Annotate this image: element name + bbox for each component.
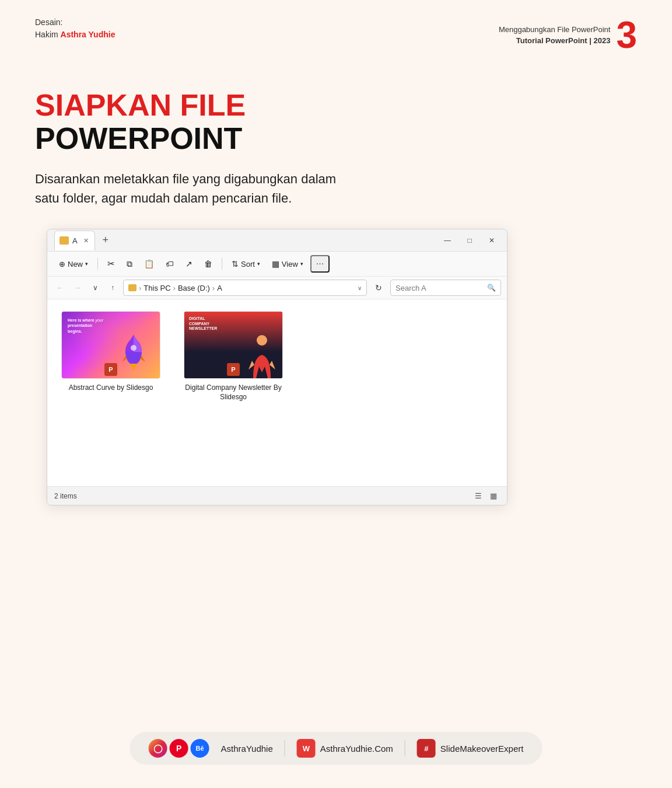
search-box[interactable]: 🔍 — [390, 280, 501, 296]
social-icons: ◯ P Bē — [149, 739, 209, 758]
paste-icon: 📋 — [144, 259, 154, 269]
channel-icon: # — [417, 739, 436, 758]
forward-button[interactable]: → — [71, 281, 85, 295]
designer-name: Hakim Asthra Yudhie — [35, 29, 115, 41]
header-text: Menggabungkan File PowerPoint Tutorial P… — [499, 24, 611, 47]
list-view-button[interactable]: ☰ — [472, 490, 485, 503]
rocket-illustration — [119, 332, 148, 372]
paste-button[interactable]: 📋 — [139, 257, 159, 271]
path-dropdown-icon[interactable]: ∨ — [358, 285, 362, 291]
new-button[interactable]: ⊕ New ▾ — [54, 257, 93, 271]
designer-name-colored: Asthra Yudhie — [61, 30, 116, 39]
view-button[interactable]: ▦ View ▾ — [267, 257, 308, 271]
footer-username: AsthraYudhie — [221, 744, 273, 754]
toolbar-separator-2 — [222, 258, 222, 270]
status-view-icons: ☰ ▦ — [472, 490, 500, 503]
minimize-button[interactable]: — — [437, 232, 458, 249]
slide-number: 3 — [616, 16, 637, 54]
person-illustration — [247, 334, 276, 378]
design-label: Desain: — [35, 16, 115, 29]
sort-chevron-icon: ▾ — [257, 261, 260, 267]
svg-point-2 — [257, 335, 267, 346]
tab-area: A ✕ + — [54, 231, 437, 250]
share-icon: ↗ — [186, 259, 192, 269]
window-controls: — □ ✕ — [437, 232, 507, 249]
username-text: AsthraYudhie — [221, 744, 273, 754]
tab-close-button[interactable]: ✕ — [83, 237, 89, 245]
view-label: View — [282, 260, 298, 269]
copy-button[interactable]: ⧉ — [122, 257, 137, 271]
delete-button[interactable]: 🗑 — [200, 257, 217, 271]
sort-button[interactable]: ⇅ Sort ▾ — [227, 257, 265, 271]
explorer-window: A ✕ + — □ ✕ ⊕ New ▾ — [47, 229, 508, 505]
header-right: Menggabungkan File PowerPoint Tutorial P… — [499, 16, 637, 54]
path-sep-1: › — [139, 284, 141, 292]
presentation-title: Menggabungkan File PowerPoint — [499, 24, 611, 36]
address-bar: ← → ∨ ↑ › This PC › Base (D:) › A ∨ ↻ � — [47, 277, 507, 299]
file-area: Here is where yourpresentationbegins. — [47, 299, 507, 486]
header-left: Desain: Hakim Asthra Yudhie — [35, 16, 115, 41]
new-icon: ⊕ — [59, 260, 65, 269]
down-button[interactable]: ∨ — [88, 281, 102, 295]
maximize-button[interactable]: □ — [459, 232, 480, 249]
delete-icon: 🗑 — [204, 259, 212, 269]
sort-icon: ⇅ — [232, 259, 239, 269]
view-icon: ▦ — [272, 259, 279, 269]
pinterest-icon[interactable]: P — [170, 739, 188, 758]
website-text: AsthraYudhie.Com — [320, 744, 393, 754]
footer-channel: # SlideMakeoverExpert — [417, 739, 524, 758]
svg-point-1 — [131, 345, 136, 351]
copy-icon: ⧉ — [127, 259, 132, 269]
designer-prefix: Hakim — [35, 30, 61, 39]
path-folder-a: A — [217, 284, 222, 292]
footer: ◯ P Bē AsthraYudhie W AsthraYudhie.Com #… — [130, 732, 542, 765]
rename-button[interactable]: 🏷 — [161, 257, 178, 271]
path-sep-2: › — [173, 284, 176, 292]
footer-website: W AsthraYudhie.Com — [297, 739, 393, 758]
explorer-wrapper: A ✕ + — □ ✕ ⊕ New ▾ — [47, 229, 508, 505]
description: Disarankan meletakkan file yang digabung… — [35, 169, 338, 208]
channel-text: SlideMakeoverExpert — [440, 744, 524, 754]
cut-icon: ✂ — [107, 259, 115, 269]
grid-view-button[interactable]: ▦ — [487, 490, 500, 503]
toolbar-separator-1 — [97, 258, 98, 270]
up-button[interactable]: ↑ — [106, 281, 120, 295]
address-path[interactable]: › This PC › Base (D:) › A ∨ — [123, 280, 367, 296]
back-button[interactable]: ← — [53, 281, 67, 295]
tab-label: A — [72, 236, 78, 245]
abstract-thumbnail-text: Here is where yourpresentationbegins. — [68, 318, 103, 333]
behance-icon[interactable]: Bē — [191, 739, 209, 758]
view-chevron-icon: ▾ — [300, 261, 303, 267]
path-sep-3: › — [212, 284, 215, 292]
new-label: New — [68, 260, 83, 269]
search-icon: 🔍 — [487, 284, 496, 292]
tab-folder-icon — [60, 236, 69, 245]
instagram-icon[interactable]: ◯ — [149, 739, 167, 758]
path-folder-icon — [128, 284, 136, 291]
share-button[interactable]: ↗ — [181, 257, 197, 271]
slide-title: SIAPKAN FILE POWERPOINT — [35, 89, 637, 155]
newsletter-title-text: DIGITALCOMPANYNEWSLETTER — [189, 316, 217, 331]
close-button[interactable]: ✕ — [481, 232, 502, 249]
footer-divider-2 — [405, 740, 405, 756]
title-line1: SIAPKAN FILE — [35, 89, 637, 122]
path-this-pc: This PC — [144, 284, 170, 292]
more-options-button[interactable]: ··· — [310, 255, 330, 273]
status-bar: 2 items ☰ ▦ — [47, 486, 507, 505]
cut-button[interactable]: ✂ — [103, 256, 120, 271]
file-name-2: Digital Company Newsletter By Slidesgo — [184, 383, 283, 402]
status-text: 2 items — [54, 492, 77, 500]
footer-divider-1 — [285, 740, 285, 756]
path-base: Base (D:) — [178, 284, 210, 292]
rename-icon: 🏷 — [166, 259, 174, 269]
sort-label: Sort — [241, 260, 255, 269]
refresh-button[interactable]: ↻ — [370, 280, 387, 296]
header: Desain: Hakim Asthra Yudhie Menggabungka… — [0, 0, 672, 54]
file-item-2[interactable]: DIGITALCOMPANYNEWSLETTER P — [184, 311, 283, 402]
main-content: SIAPKAN FILE POWERPOINT Disarankan melet… — [0, 54, 672, 505]
new-tab-button[interactable]: + — [97, 232, 114, 249]
toolbar: ⊕ New ▾ ✂ ⧉ 📋 🏷 ↗ — [47, 252, 507, 277]
search-input[interactable] — [396, 284, 485, 292]
active-tab[interactable]: A ✕ — [54, 231, 95, 250]
file-item-1[interactable]: Here is where yourpresentationbegins. — [61, 311, 160, 393]
